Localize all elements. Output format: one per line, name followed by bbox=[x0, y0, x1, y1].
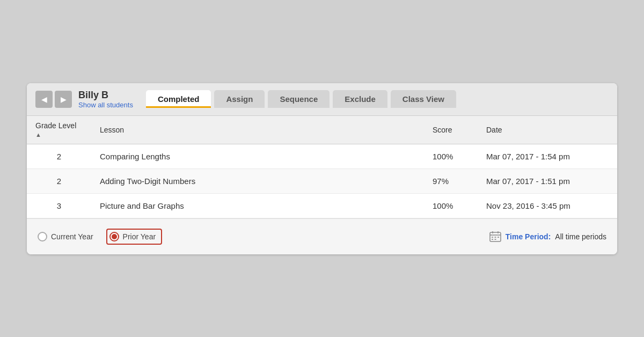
table-area: Grade Level ▲ Lesson Score Date 2Compari… bbox=[27, 116, 617, 218]
tabs: Completed Assign Sequence Exclude Class … bbox=[146, 90, 456, 108]
time-period-label[interactable]: Time Period: bbox=[506, 232, 551, 241]
prior-year-label: Prior Year bbox=[123, 232, 156, 241]
col-lesson: Lesson bbox=[91, 116, 424, 144]
period-radio-group: Current Year Prior Year bbox=[38, 229, 162, 245]
next-student-button[interactable]: ▶ bbox=[55, 91, 72, 108]
cell-lesson: Comparing Lengths bbox=[91, 144, 424, 169]
cell-lesson: Adding Two-Digit Numbers bbox=[91, 169, 424, 193]
current-year-radio-outer bbox=[38, 232, 47, 241]
table-row: 2Comparing Lengths100%Mar 07, 2017 - 1:5… bbox=[27, 144, 617, 169]
cell-grade: 2 bbox=[27, 169, 91, 193]
svg-rect-8 bbox=[494, 239, 496, 240]
cell-date: Mar 07, 2017 - 1:54 pm bbox=[478, 144, 617, 169]
col-date: Date bbox=[478, 116, 617, 144]
prior-year-box: Prior Year bbox=[106, 229, 162, 245]
cell-grade: 2 bbox=[27, 144, 91, 169]
table-row: 3Picture and Bar Graphs100%Nov 23, 2016 … bbox=[27, 193, 617, 218]
tab-assign[interactable]: Assign bbox=[214, 90, 265, 108]
top-bar: ◀ ▶ Billy B Show all students Completed … bbox=[27, 83, 617, 116]
tab-sequence[interactable]: Sequence bbox=[268, 90, 330, 108]
nav-buttons: ◀ ▶ bbox=[35, 91, 72, 108]
table-row: 2Adding Two-Digit Numbers97%Mar 07, 2017… bbox=[27, 169, 617, 193]
time-period-section: Time Period: All time periods bbox=[489, 231, 606, 243]
cell-date: Nov 23, 2016 - 3:45 pm bbox=[478, 193, 617, 218]
cell-grade: 3 bbox=[27, 193, 91, 218]
calendar-icon bbox=[489, 231, 501, 243]
completed-table: Grade Level ▲ Lesson Score Date 2Compari… bbox=[27, 116, 617, 218]
cell-lesson: Picture and Bar Graphs bbox=[91, 193, 424, 218]
cell-score: 97% bbox=[424, 169, 478, 193]
time-period-value: All time periods bbox=[555, 232, 606, 241]
svg-rect-4 bbox=[492, 237, 493, 238]
svg-rect-6 bbox=[497, 237, 499, 238]
col-grade-level[interactable]: Grade Level ▲ bbox=[27, 116, 91, 144]
sort-arrow-icon: ▲ bbox=[35, 131, 41, 138]
table-header-row: Grade Level ▲ Lesson Score Date bbox=[27, 116, 617, 144]
svg-rect-7 bbox=[492, 239, 493, 240]
tab-class-view[interactable]: Class View bbox=[391, 90, 456, 108]
prior-year-radio-inner bbox=[112, 234, 117, 239]
prev-student-button[interactable]: ◀ bbox=[35, 91, 53, 108]
cell-score: 100% bbox=[424, 193, 478, 218]
bottom-bar: Current Year Prior Year bbox=[27, 218, 617, 254]
cell-score: 100% bbox=[424, 144, 478, 169]
main-container: ◀ ▶ Billy B Show all students Completed … bbox=[27, 83, 617, 254]
prior-year-radio-outer bbox=[109, 232, 119, 241]
show-all-students-link[interactable]: Show all students bbox=[78, 101, 133, 109]
table-body: 2Comparing Lengths100%Mar 07, 2017 - 1:5… bbox=[27, 144, 617, 218]
col-score: Score bbox=[424, 116, 478, 144]
svg-rect-5 bbox=[494, 237, 496, 238]
prior-year-radio[interactable]: Prior Year bbox=[109, 232, 156, 241]
current-year-label: Current Year bbox=[51, 232, 93, 241]
student-name: Billy B bbox=[78, 90, 133, 101]
current-year-radio[interactable]: Current Year bbox=[38, 232, 93, 241]
student-info: Billy B Show all students bbox=[78, 90, 133, 109]
cell-date: Mar 07, 2017 - 1:51 pm bbox=[478, 169, 617, 193]
tab-completed[interactable]: Completed bbox=[146, 90, 211, 108]
tab-exclude[interactable]: Exclude bbox=[333, 90, 387, 108]
